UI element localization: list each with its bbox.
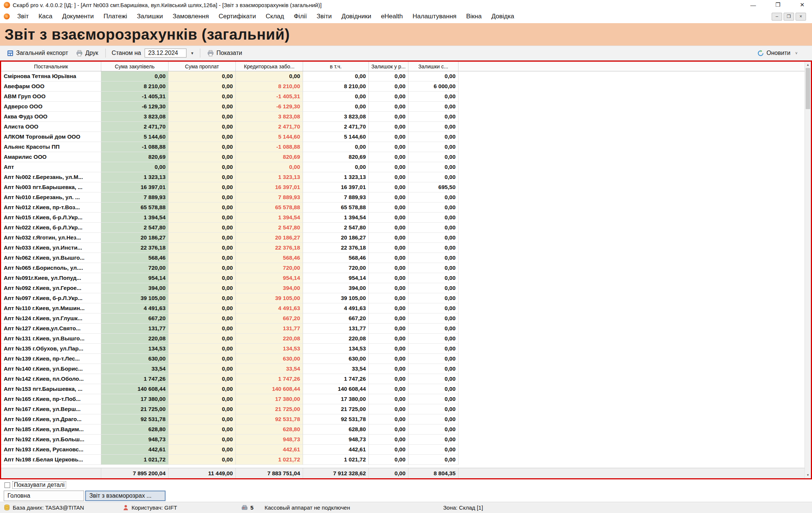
value-cell[interactable]: 0,00 [236, 162, 303, 172]
menu-item-налаштування[interactable]: Налаштування [408, 11, 461, 22]
value-cell[interactable]: 39 105,00 [303, 293, 369, 303]
supplier-cell[interactable]: Апт №097 г.Киев, б-р.Л.Укр... [1, 293, 101, 303]
value-cell[interactable]: 0,00 [408, 233, 459, 243]
value-cell[interactable]: 0,00 [169, 122, 236, 132]
value-cell[interactable]: 20 186,27 [101, 233, 169, 243]
value-cell[interactable]: 0,00 [169, 243, 236, 253]
value-cell[interactable]: 0,00 [169, 92, 236, 102]
value-cell[interactable]: 0,00 [369, 233, 408, 243]
table-row[interactable]: Апт0,000,000,000,000,000,00 [1, 162, 811, 172]
value-cell[interactable]: 442,61 [101, 445, 169, 455]
value-cell[interactable]: 0,00 [408, 455, 459, 465]
table-row[interactable]: Апт №015 г.Киев, б-р.Л.Укр...1 394,540,0… [1, 213, 811, 223]
value-cell[interactable]: 0,00 [169, 112, 236, 122]
value-cell[interactable]: 3 823,08 [101, 112, 169, 122]
value-cell[interactable]: 0,00 [369, 92, 408, 102]
table-row[interactable]: Апт №097 г.Киев, б-р.Л.Укр...39 105,000,… [1, 293, 811, 303]
supplier-cell[interactable]: Апт №110 г.Киев, ул.Мишин... [1, 303, 101, 313]
supplier-cell[interactable]: Апт №012 г.Киев, пр-т.Воз... [1, 203, 101, 213]
value-cell[interactable]: 92 531,78 [101, 414, 169, 424]
value-cell[interactable]: 820,69 [101, 152, 169, 162]
value-cell[interactable]: 442,61 [236, 445, 303, 455]
tab-home[interactable]: Головна [4, 491, 84, 501]
menu-item-звіти[interactable]: Звіти [312, 11, 336, 22]
table-row[interactable]: Апт №165 г.Киев, пр-т.Поб...17 380,000,0… [1, 394, 811, 404]
supplier-cell[interactable]: Аква Фудз ООО [1, 112, 101, 122]
tab-report[interactable]: Звіт з взаєморозрах ... [85, 491, 166, 501]
column-header[interactable]: Постачальник [1, 62, 101, 71]
value-cell[interactable]: 0,00 [369, 253, 408, 263]
supplier-cell[interactable]: Апт №022 г.Киев, б-р.Л.Укр... [1, 223, 101, 233]
value-cell[interactable]: 134,53 [303, 344, 369, 354]
value-cell[interactable]: 0,00 [408, 354, 459, 364]
value-cell[interactable]: 140 608,44 [236, 384, 303, 394]
menu-item-вікна[interactable]: Вікна [461, 11, 487, 22]
value-cell[interactable]: 568,46 [101, 253, 169, 263]
menu-item-звіт[interactable]: Звіт [12, 11, 34, 22]
supplier-cell[interactable]: Апт №169 г.Киев, ул.Драго... [1, 414, 101, 424]
value-cell[interactable]: 720,00 [303, 263, 369, 273]
supplier-cell[interactable]: Апт №092 г.Киев, ул.Герое... [1, 283, 101, 293]
value-cell[interactable]: 628,80 [101, 424, 169, 435]
scroll-down-icon[interactable]: ▼ [805, 472, 811, 478]
value-cell[interactable]: 0,00 [408, 364, 459, 374]
supplier-cell[interactable]: Альянс Красоты ПП [1, 142, 101, 152]
value-cell[interactable]: 954,14 [101, 273, 169, 283]
column-header[interactable]: Залишок у р... [369, 62, 408, 71]
value-cell[interactable]: 65 578,88 [303, 203, 369, 213]
value-cell[interactable]: 0,00 [369, 374, 408, 384]
value-cell[interactable]: 0,00 [169, 71, 236, 81]
value-cell[interactable]: 5 144,60 [236, 132, 303, 142]
value-cell[interactable]: 0,00 [169, 455, 236, 465]
supplier-cell[interactable]: Апт №015 г.Киев, б-р.Л.Укр... [1, 213, 101, 223]
value-cell[interactable]: 2 471,70 [101, 122, 169, 132]
value-cell[interactable]: 0,00 [369, 192, 408, 203]
value-cell[interactable]: 0,00 [369, 243, 408, 253]
value-cell[interactable]: 0,00 [303, 71, 369, 81]
value-cell[interactable]: 667,20 [303, 313, 369, 324]
value-cell[interactable]: 7 889,93 [236, 192, 303, 203]
value-cell[interactable]: 8 210,00 [303, 81, 369, 92]
value-cell[interactable]: 33,54 [236, 364, 303, 374]
value-cell[interactable]: 0,00 [303, 142, 369, 152]
value-cell[interactable]: 954,14 [236, 273, 303, 283]
value-cell[interactable]: 0,00 [408, 213, 459, 223]
table-row[interactable]: Апт №033 г.Киев, ул.Инсти...22 376,180,0… [1, 243, 811, 253]
value-cell[interactable]: 0,00 [169, 172, 236, 182]
show-button[interactable]: Показати [204, 48, 246, 58]
value-cell[interactable]: 1 747,26 [236, 374, 303, 384]
value-cell[interactable]: 0,00 [169, 414, 236, 424]
supplier-cell[interactable]: Апт №033 г.Киев, ул.Инсти... [1, 243, 101, 253]
table-row[interactable]: Алиста ООО2 471,700,002 471,702 471,700,… [1, 122, 811, 132]
menu-item-документи[interactable]: Документи [57, 11, 99, 22]
value-cell[interactable]: 0,00 [408, 303, 459, 313]
value-cell[interactable]: 4 491,63 [303, 303, 369, 313]
export-button[interactable]: Загальний експорт [4, 48, 71, 58]
value-cell[interactable]: 0,00 [303, 162, 369, 172]
supplier-cell[interactable]: Апт №135 г.Обухов, ул.Пар... [1, 344, 101, 354]
minimize-button[interactable]: — [750, 2, 756, 8]
table-row[interactable]: Альянс Красоты ПП-1 088,880,00-1 088,880… [1, 142, 811, 152]
value-cell[interactable]: 0,00 [169, 374, 236, 384]
value-cell[interactable]: 442,61 [303, 445, 369, 455]
value-cell[interactable]: 1 747,26 [303, 374, 369, 384]
value-cell[interactable]: 0,00 [408, 384, 459, 394]
value-cell[interactable]: 131,77 [236, 324, 303, 334]
value-cell[interactable]: 0,00 [369, 132, 408, 142]
supplier-cell[interactable]: АЛКОМ Торговый дом ООО [1, 132, 101, 142]
supplier-cell[interactable]: Апт №142 г.Киев, пл.Оболо... [1, 374, 101, 384]
value-cell[interactable]: 131,77 [303, 324, 369, 334]
value-cell[interactable]: 0,00 [408, 192, 459, 203]
table-row[interactable]: Апт №002 г.Березань, ул.М...1 323,130,00… [1, 172, 811, 182]
value-cell[interactable]: 720,00 [236, 263, 303, 273]
value-cell[interactable]: 131,77 [101, 324, 169, 334]
value-cell[interactable]: 0,00 [169, 81, 236, 92]
menu-item-ehealth[interactable]: eHealth [376, 11, 408, 22]
menu-item-залишки[interactable]: Залишки [132, 11, 168, 22]
value-cell[interactable]: 568,46 [303, 253, 369, 263]
value-cell[interactable]: 39 105,00 [236, 293, 303, 303]
value-cell[interactable]: 954,14 [303, 273, 369, 283]
value-cell[interactable]: 16 397,01 [101, 182, 169, 192]
value-cell[interactable]: 21 725,00 [101, 404, 169, 414]
supplier-cell[interactable]: Апт №165 г.Киев, пр-т.Поб... [1, 394, 101, 404]
